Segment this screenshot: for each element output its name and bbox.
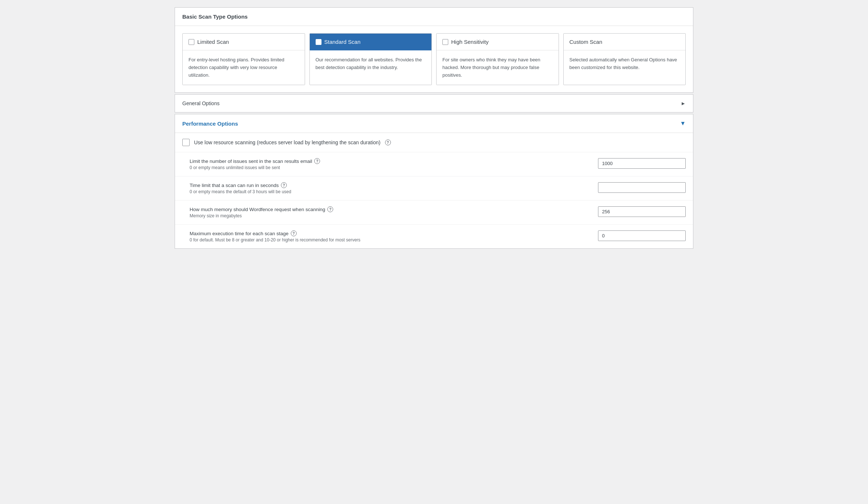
standard-scan-label: Standard Scan xyxy=(324,39,361,45)
exec-time-input[interactable] xyxy=(598,230,686,241)
scan-card-limited-header[interactable]: Limited Scan xyxy=(183,34,305,50)
memory-help-icon[interactable]: ? xyxy=(327,206,333,212)
email-limit-row: Limit the number of issues sent in the s… xyxy=(175,152,693,176)
basic-scan-header: Basic Scan Type Options xyxy=(175,8,693,26)
scan-card-high-sensitivity-header[interactable]: High Sensitivity xyxy=(437,34,559,50)
scan-cards-container: Limited Scan For entry-level hosting pla… xyxy=(175,26,693,92)
exec-time-sublabel: 0 for default. Must be 8 or greater and … xyxy=(190,237,591,243)
general-options-title: General Options xyxy=(182,100,220,106)
basic-scan-title: Basic Scan Type Options xyxy=(182,14,248,20)
limited-scan-description: For entry-level hosting plans. Provides … xyxy=(183,50,305,85)
general-options-section: General Options ► xyxy=(175,94,693,112)
high-sensitivity-checkbox[interactable] xyxy=(442,39,448,45)
checkmark-icon: ✓ xyxy=(316,39,320,45)
performance-options-header[interactable]: Performance Options ▼ xyxy=(175,114,693,133)
time-limit-label-wrap: Time limit that a scan can run in second… xyxy=(190,182,591,194)
email-limit-sublabel: 0 or empty means unlimited issues will b… xyxy=(190,165,591,170)
scan-card-standard-header[interactable]: ✓ Standard Scan xyxy=(310,34,432,50)
exec-time-label: Maximum execution time for each scan sta… xyxy=(190,230,591,236)
scan-card-custom[interactable]: Custom Scan Selected automatically when … xyxy=(563,33,686,85)
time-limit-input[interactable] xyxy=(598,182,686,193)
memory-label: How much memory should Wordfence request… xyxy=(190,206,591,212)
email-limit-label-wrap: Limit the number of issues sent in the s… xyxy=(190,158,591,170)
email-limit-help-icon[interactable]: ? xyxy=(314,158,320,164)
limited-scan-label: Limited Scan xyxy=(197,39,229,45)
scan-card-limited[interactable]: Limited Scan For entry-level hosting pla… xyxy=(182,33,305,85)
memory-sublabel: Memory size in megabytes xyxy=(190,213,591,218)
memory-row: How much memory should Wordfence request… xyxy=(175,201,693,225)
limited-scan-checkbox[interactable] xyxy=(189,39,194,45)
scan-card-custom-header[interactable]: Custom Scan xyxy=(564,34,686,50)
high-sensitivity-description: For site owners who think they may have … xyxy=(437,50,559,85)
email-limit-input[interactable] xyxy=(598,158,686,169)
standard-scan-description: Our recommendation for all websites. Pro… xyxy=(310,50,432,77)
exec-time-row: Maximum execution time for each scan sta… xyxy=(175,225,693,248)
custom-scan-description: Selected automatically when General Opti… xyxy=(564,50,686,77)
low-resource-checkbox[interactable] xyxy=(182,139,190,146)
scan-cards-grid: Limited Scan For entry-level hosting pla… xyxy=(182,33,686,85)
high-sensitivity-label: High Sensitivity xyxy=(451,39,489,45)
custom-scan-label: Custom Scan xyxy=(570,39,602,45)
low-resource-row: Use low resource scanning (reduces serve… xyxy=(175,133,693,152)
general-options-chevron-icon: ► xyxy=(681,100,686,106)
memory-label-wrap: How much memory should Wordfence request… xyxy=(190,206,591,218)
performance-options-section: Performance Options ▼ Use low resource s… xyxy=(175,114,693,249)
time-limit-row: Time limit that a scan can run in second… xyxy=(175,176,693,201)
time-limit-label: Time limit that a scan can run in second… xyxy=(190,182,591,188)
low-resource-help-icon[interactable]: ? xyxy=(385,140,391,145)
general-options-header[interactable]: General Options ► xyxy=(175,95,693,112)
standard-scan-checkbox[interactable]: ✓ xyxy=(316,39,321,45)
exec-time-help-icon[interactable]: ? xyxy=(291,230,297,236)
time-limit-help-icon[interactable]: ? xyxy=(281,182,287,188)
performance-options-title: Performance Options xyxy=(182,121,238,127)
email-limit-label: Limit the number of issues sent in the s… xyxy=(190,158,591,164)
performance-options-chevron-icon: ▼ xyxy=(680,120,686,127)
time-limit-sublabel: 0 or empty means the default of 3 hours … xyxy=(190,189,591,194)
scan-card-standard[interactable]: ✓ Standard Scan Our recommendation for a… xyxy=(309,33,432,85)
low-resource-label: Use low resource scanning (reduces serve… xyxy=(194,140,381,145)
scan-card-high-sensitivity[interactable]: High Sensitivity For site owners who thi… xyxy=(436,33,559,85)
memory-input[interactable] xyxy=(598,206,686,217)
exec-time-label-wrap: Maximum execution time for each scan sta… xyxy=(190,230,591,243)
basic-scan-section: Basic Scan Type Options Limited Scan For… xyxy=(175,7,693,93)
